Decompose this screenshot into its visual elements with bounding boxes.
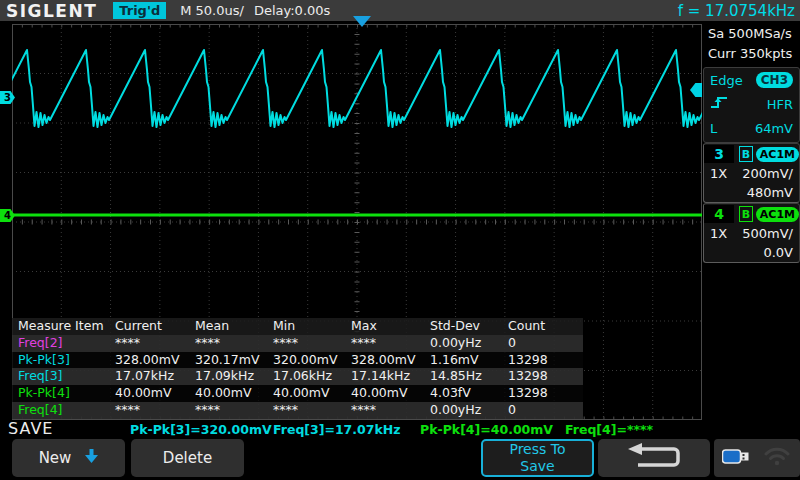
measure-item-label: Pk-Pk[3]: [18, 352, 115, 369]
measure-value: ****: [115, 402, 195, 419]
measure-value: 0: [508, 335, 589, 352]
trigger-coupling-label: HFR: [767, 97, 793, 112]
column-header: Max: [351, 318, 430, 335]
measure-item-label: Freq[3]: [18, 368, 115, 385]
measure-value: 40.00mV: [273, 385, 351, 402]
measure-value: 40.00mV: [351, 385, 430, 402]
measure-item-label: Pk-Pk[4]: [18, 385, 115, 402]
delay-readout[interactable]: Delay:0.00s: [254, 3, 330, 18]
return-arrow-icon: [626, 443, 682, 473]
frequency-counter: f = 17.0754kHz: [678, 2, 795, 20]
trigger-status-badge: Trig'd: [113, 2, 166, 19]
oscilloscope-screen: SIGLENT Trig'd M 50.0us/ Delay:0.00s f =…: [0, 0, 800, 480]
column-header: Mean: [195, 318, 273, 335]
channel3-probe: 1X: [710, 166, 727, 181]
measure-value: ****: [351, 402, 430, 419]
measure-value: 13298: [508, 368, 589, 385]
top-bar: SIGLENT Trig'd M 50.0us/ Delay:0.00s f =…: [0, 0, 800, 21]
column-header: Measure Item: [18, 318, 115, 335]
measure-value: 0: [508, 402, 589, 419]
save-button-line1: Press To: [509, 441, 565, 458]
measure-value: ****: [351, 335, 430, 352]
measure-value: 4.03fV: [430, 385, 508, 402]
new-button[interactable]: New: [12, 439, 125, 477]
measure-value: 13298: [508, 385, 589, 402]
measure-value: 328.00mV: [351, 352, 430, 369]
measurement-summary: Freq[3]=17.07kHz: [273, 422, 401, 437]
channel3-panel[interactable]: 3 B AC1M 1X 200mV/ 480mV: [703, 143, 800, 203]
trigger-panel[interactable]: Edge CH3 HFR L 64mV: [703, 67, 800, 143]
channel4-probe: 1X: [710, 226, 727, 241]
measure-item-label: Freq[4]: [18, 402, 115, 419]
measure-value: 13298: [508, 352, 589, 369]
column-header: Std-Dev: [430, 318, 508, 335]
channel3-number: 3: [704, 145, 734, 163]
measure-value: 40.00mV: [195, 385, 273, 402]
return-button[interactable]: [598, 439, 710, 477]
measure-value: 328.00mV: [115, 352, 195, 369]
channel4-panel[interactable]: 4 B AC1M 1X 500mV/ 0.0V: [703, 203, 800, 263]
channel3-scale: 200mV/: [742, 166, 793, 181]
measure-value: ****: [115, 335, 195, 352]
timebase-readout[interactable]: M 50.0us/: [180, 3, 244, 18]
measure-value: 320.00mV: [273, 352, 351, 369]
rising-edge-icon: [710, 95, 732, 113]
new-button-label: New: [39, 449, 72, 467]
measure-value: 1.16mV: [430, 352, 508, 369]
menu-title: SAVE: [8, 419, 53, 438]
save-button-line2: Save: [520, 458, 554, 475]
sample-rate-readout: Sa 500MSa/s: [702, 24, 800, 44]
table-row: Pk-Pk[4]40.00mV40.00mV40.00mV40.00mV4.03…: [12, 385, 583, 402]
measure-value: 0.00yHz: [430, 335, 508, 352]
delete-button-label: Delete: [163, 449, 212, 467]
status-icons-panel: [714, 439, 800, 477]
measurement-summary: Pk-Pk[4]=40.00mV: [420, 422, 553, 437]
wifi-icon: [764, 447, 790, 470]
measure-value: ****: [273, 402, 351, 419]
measure-value: ****: [195, 335, 273, 352]
bandwidth-limit-icon: B: [739, 146, 753, 162]
measure-value: 17.14kHz: [351, 368, 430, 385]
column-header: Current: [115, 318, 195, 335]
column-header: Count: [508, 318, 589, 335]
column-header: Min: [273, 318, 351, 335]
table-row: Freq[3]17.07kHz17.09kHz17.06kHz17.14kHz1…: [12, 368, 583, 385]
measure-item-label: Freq[2]: [18, 335, 115, 352]
bandwidth-limit-icon: B: [739, 206, 753, 222]
measure-value: ****: [195, 402, 273, 419]
brand-logo: SIGLENT: [6, 1, 97, 21]
table-row: Pk-Pk[3]328.00mV320.17mV320.00mV328.00mV…: [12, 352, 583, 369]
press-to-save-button[interactable]: Press To Save: [481, 439, 594, 477]
measure-value: ****: [273, 335, 351, 352]
usb-icon: [722, 449, 750, 468]
table-header-row: Measure ItemCurrentMeanMinMaxStd-DevCoun…: [12, 318, 583, 335]
channel4-offset: 0.0V: [763, 245, 793, 260]
table-row: Freq[4]****************0.00yHz0: [12, 402, 583, 419]
channel4-scale: 500mV/: [742, 226, 793, 241]
trigger-level-label: L: [710, 121, 717, 136]
measurement-table: Measure ItemCurrentMeanMinMaxStd-DevCoun…: [12, 318, 583, 419]
trigger-type-label: Edge: [710, 73, 743, 88]
dropdown-arrow-icon: [85, 449, 98, 467]
measurement-summary: Pk-Pk[3]=320.00mV: [130, 422, 272, 437]
channel4-number: 4: [704, 205, 734, 223]
trigger-level-value: 64mV: [755, 121, 793, 136]
trigger-source-badge[interactable]: CH3: [756, 72, 793, 88]
measure-value: 320.17mV: [195, 352, 273, 369]
measure-value: 17.09kHz: [195, 368, 273, 385]
sidebar: Sa 500MSa/s Curr 350kpts Edge CH3 HFR L …: [702, 21, 800, 420]
measure-value: 17.06kHz: [273, 368, 351, 385]
measure-value: 0.00yHz: [430, 402, 508, 419]
memory-depth-readout: Curr 350kpts: [702, 44, 800, 64]
measure-value: 17.07kHz: [115, 368, 195, 385]
measure-value: 40.00mV: [115, 385, 195, 402]
measurement-summary: Freq[4]=****: [565, 422, 653, 437]
channel3-coupling-badge: AC1M: [756, 147, 799, 162]
table-row: Freq[2]****************0.00yHz0: [12, 335, 583, 352]
measure-value: 14.85Hz: [430, 368, 508, 385]
delete-button[interactable]: Delete: [131, 439, 244, 477]
channel4-coupling-badge: AC1M: [756, 207, 799, 222]
channel3-offset: 480mV: [747, 185, 793, 200]
